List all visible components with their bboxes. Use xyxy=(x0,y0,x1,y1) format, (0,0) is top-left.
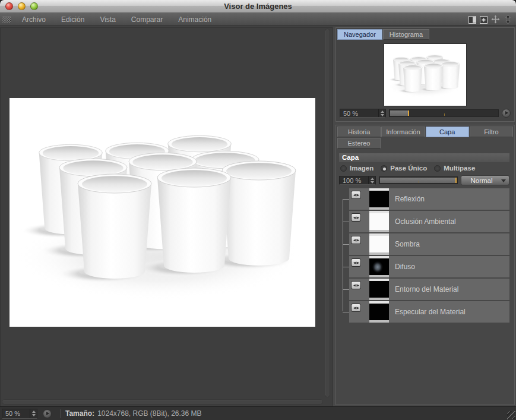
layer-thumbnail xyxy=(369,233,389,255)
zoom-options-button[interactable] xyxy=(502,109,511,118)
panel-tabs-row2: Estereo xyxy=(336,137,514,149)
navigator-thumbnail[interactable] xyxy=(384,44,466,106)
tab-informacion[interactable]: Información xyxy=(381,127,425,137)
pass-mode-radios: Imagen Pase Único Multipase xyxy=(339,165,514,172)
zoom-button[interactable] xyxy=(30,2,38,10)
layer-name: Entorno del Material xyxy=(395,285,458,300)
tab-estereo[interactable]: Estereo xyxy=(337,138,381,149)
zoom-value-field[interactable]: 50 % xyxy=(340,109,386,118)
capa-section-header: Capa xyxy=(339,153,509,162)
layer-name: Difuso xyxy=(395,263,415,277)
visibility-eye-icon[interactable] xyxy=(351,281,361,289)
image-canvas[interactable] xyxy=(0,27,333,406)
titlebar: Visor de Imágenes xyxy=(0,0,516,13)
layer-list: Reflexión Oclusión Ambiental Sombra xyxy=(336,188,509,324)
toggle-panel-icon[interactable] xyxy=(468,15,476,26)
navigator-panel: Navegador Histograma 50 % xyxy=(335,27,515,122)
zoom-value: 50 % xyxy=(340,110,378,117)
menu-archivo[interactable]: Archivo xyxy=(14,14,53,26)
move-icon[interactable] xyxy=(491,15,500,26)
status-separator xyxy=(61,409,61,418)
layer-row-oclusion[interactable]: Oclusión Ambiental xyxy=(349,211,509,232)
navigator-zoom-row: 50 % xyxy=(340,109,511,118)
layer-name: Reflexión xyxy=(395,195,425,210)
blend-mode-value: Normal xyxy=(470,177,492,184)
radio-pase-unico-label[interactable]: Pase Único xyxy=(390,165,427,172)
window-resize-grip[interactable] xyxy=(507,411,515,419)
radio-multipase-label[interactable]: Multipase xyxy=(444,165,475,172)
zoom-slider[interactable] xyxy=(389,109,499,117)
visibility-eye-icon[interactable] xyxy=(351,213,361,222)
capa-panel: Historia Información Capa Filtro Estereo… xyxy=(335,125,515,405)
main-area: Navegador Histograma 50 % xyxy=(0,27,516,406)
visibility-eye-icon[interactable] xyxy=(351,258,361,267)
rendered-image[interactable] xyxy=(10,98,315,327)
add-panel-icon[interactable] xyxy=(480,15,487,26)
visibility-eye-icon[interactable] xyxy=(351,304,361,312)
radio-pase-unico[interactable] xyxy=(381,165,387,172)
zoom-stepper[interactable] xyxy=(378,109,385,117)
opacity-value-field[interactable]: 100 % xyxy=(339,176,376,185)
tab-historia[interactable]: Historia xyxy=(337,127,381,137)
layer-row-difuso[interactable]: Difuso xyxy=(349,256,509,277)
status-zoom-value: 50 % xyxy=(2,410,30,417)
panel-tabs-row1: Historia Información Capa Filtro xyxy=(336,125,514,137)
opacity-stepper[interactable] xyxy=(368,176,375,184)
layer-row-reflexion[interactable]: Reflexión xyxy=(349,188,509,210)
opacity-row: 100 % Normal xyxy=(339,175,509,185)
tab-histograma[interactable]: Histograma xyxy=(383,29,429,40)
layer-name: Sombra xyxy=(395,240,420,255)
status-zoom-stepper[interactable] xyxy=(30,409,37,418)
size-label: Tamaño: xyxy=(65,409,94,418)
window-controls xyxy=(5,2,38,10)
tab-filtro[interactable]: Filtro xyxy=(470,127,513,137)
opacity-slider[interactable] xyxy=(379,176,458,184)
layer-thumbnail xyxy=(369,211,389,232)
layer-name: Oclusión Ambiental xyxy=(395,217,456,232)
menu-vista[interactable]: Vista xyxy=(92,14,123,26)
right-panel: Navegador Histograma 50 % xyxy=(333,27,516,406)
status-zoom-options-button[interactable] xyxy=(43,409,52,418)
tab-capa[interactable]: Capa xyxy=(426,127,469,137)
close-button[interactable] xyxy=(5,2,13,10)
horizontal-scrollbar[interactable] xyxy=(2,399,323,405)
visibility-eye-icon[interactable] xyxy=(351,191,361,199)
menubar: Archivo Edición Vista Comparar Animación xyxy=(0,13,516,26)
radio-imagen[interactable] xyxy=(340,165,347,172)
opacity-value: 100 % xyxy=(340,177,368,184)
size-value: 1024x768, RGB (8Bit), 26.36 MB xyxy=(97,409,201,418)
tab-navegador[interactable]: Navegador xyxy=(337,29,382,40)
status-zoom-field[interactable]: 50 % xyxy=(2,409,37,419)
navigator-tabs: Navegador Histograma xyxy=(336,28,514,40)
statusbar: 50 % Tamaño: 1024x768, RGB (8Bit), 26.36… xyxy=(0,406,516,420)
vertical-scrollbar[interactable] xyxy=(325,29,330,397)
radio-multipase[interactable] xyxy=(434,165,441,172)
layer-name: Especular del Material xyxy=(395,308,466,323)
layer-row-entorno[interactable]: Entorno del Material xyxy=(349,279,509,300)
visibility-eye-icon[interactable] xyxy=(351,236,361,244)
window-title: Visor de Imágenes xyxy=(224,2,292,11)
layer-thumbnail xyxy=(369,279,389,300)
layer-row-especular[interactable]: Especular del Material xyxy=(349,301,509,323)
layer-thumbnail xyxy=(369,301,389,323)
menus: Archivo Edición Vista Comparar Animación xyxy=(14,14,219,26)
palette-grip-handle[interactable] xyxy=(2,16,11,23)
menu-edicion[interactable]: Edición xyxy=(53,14,92,26)
picture-viewer-window: Visor de Imágenes Archivo Edición Vista … xyxy=(0,0,516,420)
resize-vertical-icon[interactable] xyxy=(504,15,512,26)
minimize-button[interactable] xyxy=(18,2,26,10)
menu-animacion[interactable]: Animación xyxy=(170,14,219,26)
layer-row-sombra[interactable]: Sombra xyxy=(349,233,509,255)
layer-thumbnail xyxy=(369,188,389,210)
menu-comparar[interactable]: Comparar xyxy=(124,14,170,26)
menubar-icons xyxy=(468,15,512,26)
layer-thumbnail xyxy=(369,256,389,277)
radio-imagen-label[interactable]: Imagen xyxy=(350,165,373,172)
blend-mode-dropdown[interactable]: Normal xyxy=(461,175,509,185)
